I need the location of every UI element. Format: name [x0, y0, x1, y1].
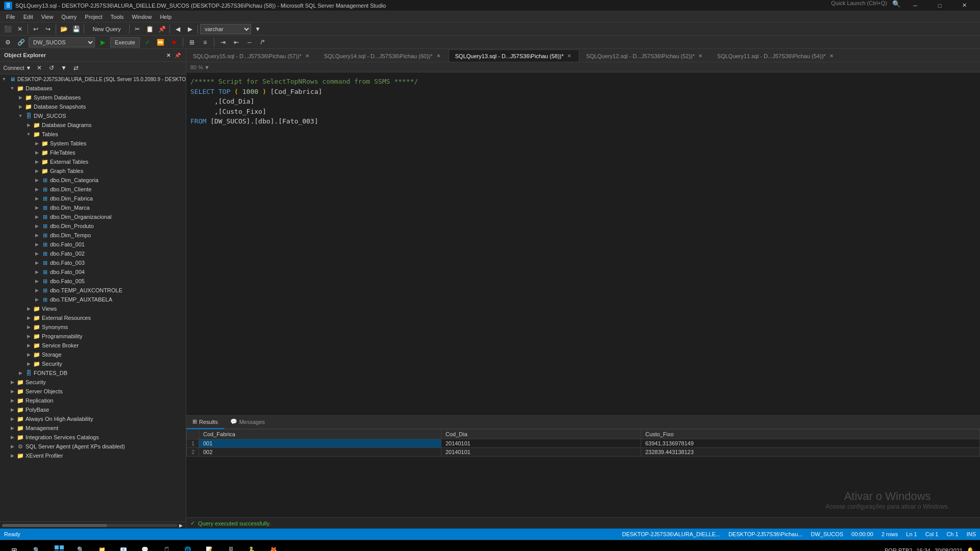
- tree-fato-005[interactable]: ▶ ⊞ dbo.Fato_005: [0, 277, 186, 286]
- tree-dim-marca[interactable]: ▶ ⊞ dbo.Dim_Marca: [0, 203, 186, 212]
- tree-db-snapshots[interactable]: ▶ 📁 Database Snapshots: [0, 102, 186, 111]
- close-button[interactable]: ✕: [952, 0, 976, 11]
- new-query-btn[interactable]: New Query: [86, 24, 127, 34]
- tree-service-broker[interactable]: ▶ 📁 Service Broker: [0, 341, 186, 350]
- redo-btn[interactable]: ↪: [42, 24, 54, 34]
- stop-btn[interactable]: ■: [168, 37, 180, 47]
- tree-always-on[interactable]: ▶ 📁 Always On High Availability: [0, 414, 186, 423]
- tree-fato-001[interactable]: ▶ ⊞ dbo.Fato_001: [0, 240, 186, 249]
- oe-pin-btn[interactable]: 📌: [174, 51, 182, 59]
- tree-system-dbs[interactable]: ▶ 📁 System Databases: [0, 93, 186, 102]
- oe-close-btn[interactable]: ✕: [164, 51, 173, 59]
- tree-temp-auxcontrole[interactable]: ▶ ⊞ dbo.TEMP_AUXCONTROLE: [0, 286, 186, 295]
- oe-expand-btn[interactable]: ▶: [178, 522, 184, 529]
- tree-tables[interactable]: ▼ 📁 Tables: [0, 130, 186, 139]
- copy-btn[interactable]: 📋: [144, 24, 155, 34]
- oe-hscrollbar[interactable]: ▶: [0, 521, 186, 529]
- tree-security-db[interactable]: ▶ 📁 Security: [0, 359, 186, 368]
- taskbar-outlook[interactable]: 📧: [113, 540, 134, 552]
- tab14-close[interactable]: ✕: [435, 53, 442, 60]
- notification-icon[interactable]: 🔔: [967, 547, 974, 551]
- taskbar-chrome[interactable]: 🌐: [178, 540, 198, 552]
- tree-programmability[interactable]: ▶ 📁 Programmability: [0, 332, 186, 341]
- taskbar-search-btn[interactable]: 🔍: [70, 540, 91, 552]
- menu-project[interactable]: Project: [81, 11, 106, 22]
- menu-query[interactable]: Query: [57, 11, 81, 22]
- tab-query13[interactable]: SQLQuery13.sql - D...J57S36\Pichau (58))…: [449, 49, 580, 62]
- tab-messages[interactable]: 💬 Messages: [224, 416, 271, 429]
- maximize-button[interactable]: □: [928, 0, 951, 11]
- tree-dim-categoria[interactable]: ▶ ⊞ dbo.Dim_Categoria: [0, 176, 186, 185]
- tree-temp-auxtabela[interactable]: ▶ ⊞ dbo.TEMP_AUXTABELA: [0, 295, 186, 304]
- tab-query11[interactable]: SQLQuery11.sql - D...J57S36\Pichau (54))…: [710, 49, 842, 62]
- tab-results[interactable]: ⊞ Results: [186, 416, 224, 429]
- tree-external-resources[interactable]: ▶ 📁 External Resources: [0, 313, 186, 322]
- tree-external-tables[interactable]: ▶ 📁 External Tables: [0, 157, 186, 166]
- menu-tools[interactable]: Tools: [107, 11, 128, 22]
- comment-btn[interactable]: --: [244, 37, 255, 47]
- tree-dw-sucos[interactable]: ▼ 🗄 DW_SUCOS: [0, 111, 186, 120]
- tab-query15[interactable]: SQLQuery15.sql - D...J57S36\Pichau (57))…: [186, 49, 317, 62]
- taskbar-explorer[interactable]: [49, 540, 69, 552]
- tree-dim-organizacional[interactable]: ▶ ⊞ dbo.Dim_Organizacional: [0, 212, 186, 221]
- save-btn[interactable]: 💾: [70, 24, 82, 34]
- oe-filter-btn[interactable]: ▼: [58, 63, 69, 73]
- tree-server[interactable]: ▼ 🖥 DESKTOP-2J57S36\ALURA_DIELLE (SQL Se…: [0, 74, 186, 84]
- varchar-dropdown[interactable]: varchar: [200, 24, 251, 34]
- tree-system-tables[interactable]: ▶ 📁 System Tables: [0, 139, 186, 148]
- menu-view[interactable]: View: [37, 11, 58, 22]
- tab13-close[interactable]: ✕: [566, 53, 573, 60]
- taskbar-ssms[interactable]: 🗄: [220, 540, 241, 552]
- tree-databases[interactable]: ▼ 📁 Databases: [0, 84, 186, 93]
- check-btn[interactable]: ✓: [142, 37, 153, 47]
- taskbar-file-explorer[interactable]: 📁: [92, 540, 112, 552]
- indent-btn[interactable]: ⇥: [217, 37, 229, 47]
- taskbar-teams[interactable]: 💬: [135, 540, 155, 552]
- tab-query12[interactable]: SQLQuery12.sql - D...J57S36\Pichau (52))…: [579, 49, 710, 62]
- tree-sql-agent[interactable]: ▶ ⚙ SQL Server Agent (Agent XPs disabled…: [0, 442, 186, 451]
- taskbar-pyexcel[interactable]: 🐍: [242, 540, 262, 552]
- undo-btn[interactable]: ↩: [30, 24, 41, 34]
- tree-file-tables[interactable]: ▶ 📁 FileTables: [0, 148, 186, 157]
- tree-dim-tempo[interactable]: ▶ ⊞ dbo.Dim_Tempo: [0, 231, 186, 240]
- taskbar-spotify[interactable]: 🎵: [156, 540, 177, 552]
- oe-sync-btn[interactable]: ⇄: [70, 63, 82, 73]
- open-btn[interactable]: 📂: [58, 24, 69, 34]
- more-btn[interactable]: ▼: [252, 24, 263, 34]
- tree-dim-cliente[interactable]: ▶ ⊞ dbo.Dim_Cliente: [0, 185, 186, 194]
- tree-dim-produto[interactable]: ▶ ⊞ dbo.Dim_Produto: [0, 221, 186, 231]
- uncomment-btn[interactable]: /*: [257, 37, 268, 47]
- play-btn[interactable]: ▶: [97, 37, 108, 47]
- back-btn[interactable]: ◀: [172, 24, 183, 34]
- tree-fato-002[interactable]: ▶ ⊞ dbo.Fato_002: [0, 249, 186, 258]
- oe-disconnect-btn[interactable]: ✕: [34, 63, 45, 73]
- text-btn[interactable]: ≡: [200, 37, 211, 47]
- oe-connect-btn[interactable]: Connect ▼: [2, 63, 33, 73]
- tb2-btn2[interactable]: 🔗: [15, 37, 27, 47]
- tree-storage[interactable]: ▶ 📁 Storage: [0, 350, 186, 359]
- tree-dim-fabrica[interactable]: ▶ ⊞ dbo.Dim_Fabrica: [0, 194, 186, 203]
- minimize-button[interactable]: ─: [903, 0, 927, 11]
- tree-server-objects[interactable]: ▶ 📁 Server Objects: [0, 387, 186, 396]
- tree-fontes-db[interactable]: ▶ 🗄 FONTES_DB: [0, 368, 186, 378]
- taskbar-vscode[interactable]: 📝: [199, 540, 219, 552]
- execute-button[interactable]: Execute: [110, 37, 140, 47]
- tree-views[interactable]: ▶ 📁 Views: [0, 304, 186, 313]
- tb2-btn1[interactable]: ⚙: [2, 37, 13, 47]
- forward-btn[interactable]: ▶: [184, 24, 195, 34]
- start-button[interactable]: ⊞: [2, 540, 27, 552]
- tree-management[interactable]: ▶ 📁 Management: [0, 423, 186, 433]
- taskbar-search[interactable]: 🔍: [27, 540, 47, 552]
- tree-replication[interactable]: ▶ 📁 Replication: [0, 396, 186, 405]
- tree-security-server[interactable]: ▶ 📁 Security: [0, 378, 186, 387]
- tree-xevent-profiler[interactable]: ▶ 📁 XEvent Profiler: [0, 451, 186, 460]
- query-editor[interactable]: /***** Script for SelectTopNRows command…: [186, 72, 980, 415]
- menu-window[interactable]: Window: [128, 11, 156, 22]
- tree-db-diagrams[interactable]: ▶ 📁 Database Diagrams: [0, 120, 186, 130]
- grid-btn[interactable]: ⊞: [186, 37, 198, 47]
- database-selector[interactable]: DW_SUCOS: [29, 37, 95, 47]
- cut-btn[interactable]: ✂: [132, 24, 143, 34]
- tree-polybase[interactable]: ▶ 📁 PolyBase: [0, 405, 186, 414]
- tab-query14[interactable]: SQLQuery14.sql - D...J57S36\Pichau (60))…: [317, 49, 449, 62]
- tab15-close[interactable]: ✕: [304, 53, 311, 60]
